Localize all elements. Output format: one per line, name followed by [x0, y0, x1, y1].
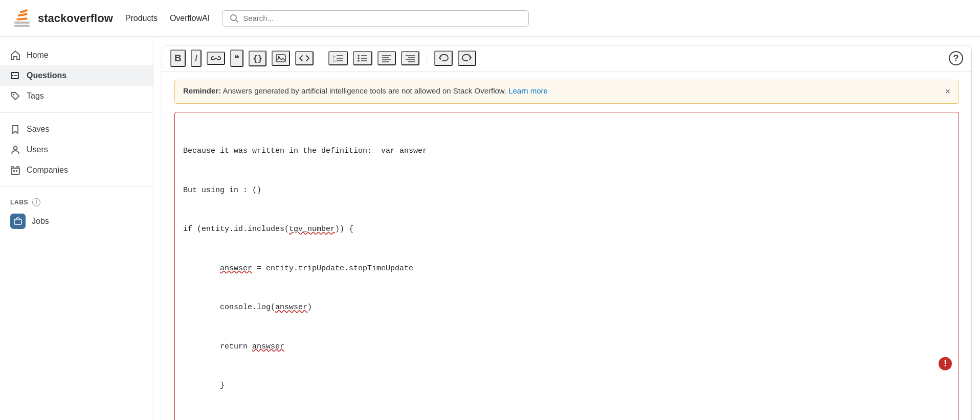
saves-icon	[10, 124, 20, 134]
questions-icon	[10, 71, 20, 81]
spell-error-answser-2: answser	[275, 303, 307, 312]
toolbar-link[interactable]	[207, 52, 225, 65]
nav-products[interactable]: Products	[125, 14, 158, 23]
sidebar-label-tags: Tags	[27, 91, 44, 101]
reminder-close-button[interactable]: ×	[945, 86, 950, 97]
reminder-bold: Reminder:	[183, 86, 221, 95]
sidebar-item-tags[interactable]: Tags	[0, 86, 153, 106]
logo-text: stackoverflow	[38, 12, 113, 25]
page-container: B I ❝ {} 1.2.3.	[162, 45, 972, 420]
toolbar-sep-2	[427, 52, 427, 64]
code-line-1: Because it was written in the definition…	[183, 145, 950, 158]
code-line-5: console.log(answser)	[183, 301, 950, 314]
toolbar-blockquote[interactable]: ❝	[230, 50, 243, 67]
search-bar[interactable]	[222, 10, 529, 27]
reminder-learn-more[interactable]: Learn more	[508, 86, 548, 95]
home-icon	[10, 50, 20, 60]
main-nav: Products OverflowAI	[125, 14, 210, 23]
code-line-4: answser = entity.tripUpdate.stopTimeUpda…	[183, 262, 950, 275]
sidebar-label-questions: Questions	[27, 71, 66, 80]
svg-point-8	[12, 75, 13, 76]
tags-icon	[10, 91, 20, 101]
svg-rect-18	[276, 55, 285, 62]
spell-error-tgv: tgv_number	[289, 225, 335, 234]
labs-info-icon[interactable]: i	[32, 198, 40, 206]
svg-rect-1	[14, 25, 29, 27]
reminder-banner: Reminder: Answers generated by artificia…	[174, 80, 959, 104]
logo-icon	[12, 8, 34, 29]
sidebar-label-saves: Saves	[27, 125, 49, 134]
spell-error-answser-3: answser	[252, 342, 284, 351]
svg-text:3.: 3.	[333, 59, 336, 62]
code-line-6: return answser	[183, 340, 950, 354]
code-line-blank	[183, 418, 950, 421]
svg-rect-15	[12, 167, 14, 168]
sidebar-label-jobs: Jobs	[32, 217, 49, 226]
code-line-2: But using in : ()	[183, 184, 950, 197]
sidebar: Home Questions Tags	[0, 37, 153, 420]
labs-label: LABS	[10, 199, 28, 206]
users-icon	[10, 145, 20, 155]
toolbar-image[interactable]	[272, 51, 290, 66]
reminder-body: Answers generated by artificial intellig…	[221, 86, 506, 95]
toolbar-sep-1	[321, 52, 321, 64]
svg-rect-14	[16, 170, 17, 172]
sidebar-divider-2	[0, 186, 153, 187]
error-indicator: !	[883, 343, 952, 389]
sidebar-label-home: Home	[27, 51, 49, 60]
sidebar-label-users: Users	[27, 145, 48, 154]
sidebar-item-home[interactable]: Home	[0, 45, 153, 65]
nav-overflowai[interactable]: OverflowAI	[170, 14, 210, 23]
toolbar-redo[interactable]	[458, 51, 476, 66]
jobs-icon-box	[10, 214, 26, 229]
toolbar-bold[interactable]: B	[170, 50, 186, 67]
svg-rect-2	[16, 17, 27, 20]
toolbar-help[interactable]: ?	[949, 51, 963, 65]
svg-rect-17	[14, 219, 21, 224]
companies-icon	[10, 165, 20, 175]
toolbar-align-left[interactable]	[377, 51, 396, 65]
svg-rect-13	[13, 170, 15, 172]
svg-point-29	[358, 55, 360, 57]
sidebar-item-users[interactable]: Users	[0, 139, 153, 160]
editor-body: Reminder: Answers generated by artificia…	[162, 72, 971, 420]
toolbar-undo[interactable]	[434, 51, 453, 66]
search-icon	[230, 14, 239, 23]
content-area: B I ❝ {} 1.2.3.	[153, 37, 980, 420]
spell-error-answser-1: answser	[220, 264, 252, 273]
navbar: stackoverflow Products OverflowAI	[0, 0, 980, 37]
code-line-7: }	[183, 379, 950, 392]
search-input[interactable]	[243, 14, 521, 22]
code-line-3: if (entity.id.includes(tgv_number)) {	[183, 223, 950, 236]
toolbar-align-right[interactable]	[401, 51, 419, 65]
svg-rect-3	[18, 13, 28, 16]
svg-rect-0	[14, 21, 29, 24]
svg-text:!: !	[944, 358, 947, 368]
toolbar-code-block[interactable]	[295, 51, 314, 65]
logo[interactable]: stackoverflow	[12, 8, 113, 29]
sidebar-item-questions[interactable]: Questions	[0, 65, 153, 86]
sidebar-label-companies: Companies	[27, 166, 68, 175]
svg-rect-12	[11, 168, 19, 174]
svg-line-6	[236, 19, 238, 22]
labs-section: LABS i	[0, 193, 153, 208]
sidebar-item-saves[interactable]: Saves	[0, 119, 153, 139]
toolbar-ordered-list[interactable]: 1.2.3.	[328, 51, 348, 65]
main-layout: Home Questions Tags	[0, 37, 980, 420]
svg-point-10	[13, 94, 15, 96]
sidebar-divider-1	[0, 112, 153, 113]
svg-rect-16	[17, 167, 19, 168]
sidebar-item-companies[interactable]: Companies	[0, 160, 153, 180]
reminder-text: Reminder: Answers generated by artificia…	[183, 86, 548, 95]
svg-point-11	[14, 147, 17, 150]
editor-toolbar: B I ❝ {} 1.2.3.	[162, 45, 971, 72]
toolbar-code[interactable]: {}	[249, 51, 266, 66]
toolbar-italic[interactable]: I	[191, 50, 202, 67]
toolbar-unordered-list[interactable]	[353, 51, 372, 65]
code-editor[interactable]: Because it was written in the definition…	[174, 112, 959, 420]
svg-rect-4	[20, 9, 28, 13]
svg-point-31	[358, 60, 360, 62]
svg-point-30	[358, 57, 360, 59]
sidebar-item-jobs[interactable]: Jobs	[0, 208, 153, 234]
